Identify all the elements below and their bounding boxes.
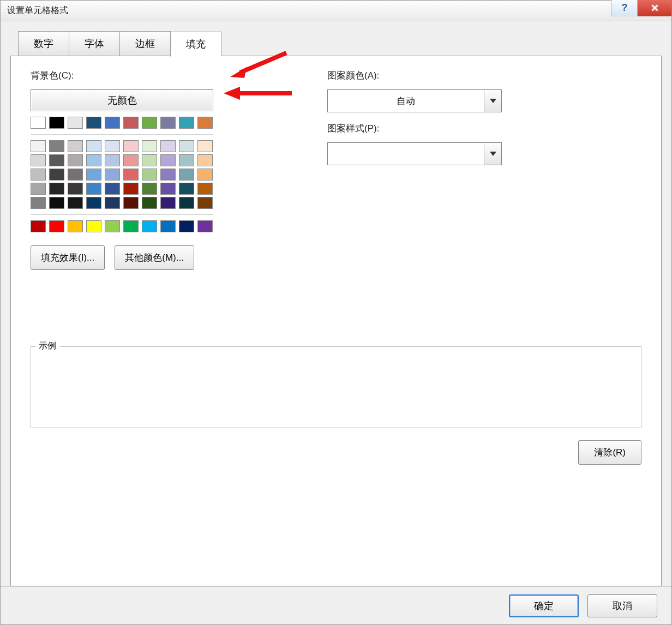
color-swatch[interactable]: [160, 183, 176, 195]
no-color-button[interactable]: 无颜色: [31, 89, 213, 111]
color-swatch[interactable]: [197, 220, 213, 232]
color-swatch[interactable]: [86, 220, 101, 232]
color-swatch[interactable]: [142, 140, 157, 152]
color-swatch[interactable]: [68, 197, 83, 209]
color-swatch[interactable]: [49, 197, 64, 209]
color-swatch[interactable]: [68, 140, 83, 152]
pattern-style-dropdown[interactable]: [327, 142, 502, 165]
color-swatch[interactable]: [197, 140, 213, 152]
color-swatch[interactable]: [160, 220, 176, 232]
color-swatch[interactable]: [68, 220, 83, 232]
color-swatch[interactable]: [105, 220, 120, 232]
color-swatch[interactable]: [123, 169, 139, 181]
color-swatch[interactable]: [142, 220, 157, 232]
color-swatch[interactable]: [105, 117, 120, 129]
more-colors-button[interactable]: 其他颜色(M)...: [115, 245, 194, 270]
color-swatch[interactable]: [179, 154, 194, 166]
color-swatch[interactable]: [179, 197, 194, 209]
color-swatch[interactable]: [31, 220, 46, 232]
dropdown-arrow-icon[interactable]: [484, 143, 501, 165]
color-swatch[interactable]: [68, 183, 83, 195]
cancel-button[interactable]: 取消: [587, 594, 657, 617]
close-button[interactable]: ✕: [638, 0, 671, 16]
color-swatch[interactable]: [31, 117, 46, 129]
color-swatch[interactable]: [105, 154, 120, 166]
color-swatch[interactable]: [123, 197, 139, 209]
color-swatch[interactable]: [197, 117, 213, 129]
tint-grid: [31, 140, 292, 209]
color-swatch[interactable]: [142, 117, 157, 129]
color-swatch[interactable]: [31, 169, 46, 181]
color-swatch[interactable]: [123, 140, 139, 152]
divider: [31, 214, 213, 215]
color-swatch[interactable]: [31, 154, 46, 166]
fill-effects-button[interactable]: 填充效果(I)...: [31, 245, 105, 270]
pattern-color-dropdown[interactable]: 自动: [327, 89, 502, 112]
color-swatch[interactable]: [179, 117, 194, 129]
dialog-body: 数字 字体 边框 填充 背景色(C): 无颜色: [1, 21, 671, 586]
color-swatch[interactable]: [31, 140, 46, 152]
color-swatch[interactable]: [197, 154, 213, 166]
color-swatch[interactable]: [105, 183, 120, 195]
color-swatch[interactable]: [197, 197, 213, 209]
color-swatch[interactable]: [86, 197, 101, 209]
tab-fill[interactable]: 填充: [170, 32, 221, 57]
color-swatch[interactable]: [160, 169, 176, 181]
color-swatch[interactable]: [142, 183, 157, 195]
background-color-label: 背景色(C):: [31, 69, 292, 82]
window-controls: ? ✕: [611, 0, 671, 16]
color-swatch[interactable]: [179, 183, 194, 195]
tab-font[interactable]: 字体: [69, 31, 120, 56]
fill-panel: 背景色(C): 无颜色 填充效果(I)... 其他颜: [10, 56, 662, 586]
color-swatch[interactable]: [197, 169, 213, 181]
tab-border[interactable]: 边框: [119, 31, 171, 56]
color-swatch[interactable]: [160, 154, 176, 166]
dropdown-arrow-icon[interactable]: [484, 90, 501, 112]
color-swatch[interactable]: [123, 220, 139, 232]
color-swatch[interactable]: [197, 183, 213, 195]
color-swatch[interactable]: [123, 117, 139, 129]
preview-label: 示例: [35, 340, 59, 352]
color-swatch[interactable]: [68, 117, 83, 129]
color-swatch[interactable]: [49, 154, 64, 166]
color-swatch[interactable]: [179, 169, 194, 181]
color-swatch[interactable]: [160, 197, 176, 209]
pattern-section: 图案颜色(A): 自动 图案样式(P):: [327, 69, 641, 270]
color-swatch[interactable]: [142, 154, 157, 166]
pattern-color-label: 图案颜色(A):: [327, 69, 641, 82]
color-swatch[interactable]: [49, 220, 64, 232]
ok-button[interactable]: 确定: [509, 594, 579, 617]
color-swatch[interactable]: [105, 169, 120, 181]
color-swatch[interactable]: [31, 183, 46, 195]
color-swatch[interactable]: [142, 197, 157, 209]
color-swatch[interactable]: [68, 169, 83, 181]
titlebar: 设置单元格格式 ? ✕: [1, 1, 671, 21]
color-swatch[interactable]: [49, 169, 64, 181]
color-swatch[interactable]: [86, 140, 101, 152]
color-swatch[interactable]: [31, 197, 46, 209]
color-swatch[interactable]: [86, 169, 101, 181]
color-swatch[interactable]: [160, 140, 176, 152]
color-swatch[interactable]: [179, 220, 194, 232]
color-swatch[interactable]: [49, 183, 64, 195]
tab-number[interactable]: 数字: [18, 31, 69, 56]
color-swatch[interactable]: [86, 183, 101, 195]
color-swatch[interactable]: [123, 183, 139, 195]
color-swatch[interactable]: [86, 154, 101, 166]
color-swatch[interactable]: [49, 117, 64, 129]
clear-row: 清除(R): [31, 440, 641, 465]
background-color-section: 背景色(C): 无颜色 填充效果(I)... 其他颜: [31, 69, 292, 270]
clear-button[interactable]: 清除(R): [578, 440, 641, 465]
color-swatch[interactable]: [123, 154, 139, 166]
color-swatch[interactable]: [179, 140, 194, 152]
help-button[interactable]: ?: [611, 0, 638, 16]
color-swatch[interactable]: [49, 140, 64, 152]
color-swatch[interactable]: [105, 197, 120, 209]
help-icon: ?: [622, 2, 628, 14]
color-swatch[interactable]: [142, 169, 157, 181]
color-swatch[interactable]: [160, 117, 176, 129]
color-swatch[interactable]: [86, 117, 101, 129]
theme-color-row: [31, 117, 292, 129]
color-swatch[interactable]: [105, 140, 120, 152]
color-swatch[interactable]: [68, 154, 83, 166]
